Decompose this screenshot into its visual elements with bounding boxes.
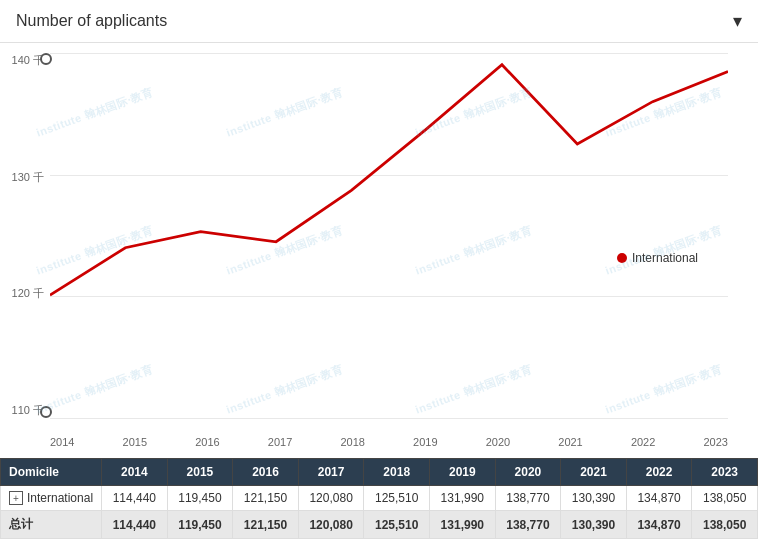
col-header-2023: 2023 <box>692 459 758 486</box>
col-header-2019: 2019 <box>430 459 496 486</box>
col-header-2018: 2018 <box>364 459 430 486</box>
chevron-down-icon[interactable]: ▾ <box>733 10 742 32</box>
cell-2023-total: 138,050 <box>692 511 758 539</box>
international-text: International <box>27 491 93 505</box>
cell-2016-total: 121,150 <box>233 511 299 539</box>
chart-area: institute 翰林国际·教育 institute 翰林国际·教育 inst… <box>0 43 758 458</box>
x-label-2017: 2017 <box>268 436 292 448</box>
main-container: Number of applicants ▾ institute 翰林国际·教育… <box>0 0 758 539</box>
legend: International <box>617 251 698 265</box>
expand-icon[interactable]: + <box>9 491 23 505</box>
table-container: Domicile 2014 2015 2016 2017 2018 2019 2… <box>0 458 758 539</box>
cell-2017-international: 120,080 <box>298 486 364 511</box>
table-row-total: 总计 114,440 119,450 121,150 120,080 125,5… <box>1 511 758 539</box>
cell-2019-total: 131,990 <box>430 511 496 539</box>
cell-2018-total: 125,510 <box>364 511 430 539</box>
col-header-2017: 2017 <box>298 459 364 486</box>
cell-label-total: 总计 <box>1 511 102 539</box>
x-label-2019: 2019 <box>413 436 437 448</box>
y-axis-line <box>45 53 47 418</box>
cell-2020-international: 138,770 <box>495 486 561 511</box>
cell-2015-international: 119,450 <box>167 486 233 511</box>
line-chart-svg <box>50 53 728 337</box>
legend-dot-international <box>617 253 627 263</box>
cell-2014-total: 114,440 <box>102 511 168 539</box>
cell-2018-international: 125,510 <box>364 486 430 511</box>
x-axis: 2014 2015 2016 2017 2018 2019 2020 2021 … <box>50 436 728 448</box>
cell-2020-total: 138,770 <box>495 511 561 539</box>
x-label-2015: 2015 <box>123 436 147 448</box>
header-bar[interactable]: Number of applicants ▾ <box>0 0 758 43</box>
x-label-2020: 2020 <box>486 436 510 448</box>
cell-2016-international: 121,150 <box>233 486 299 511</box>
table-header-row: Domicile 2014 2015 2016 2017 2018 2019 2… <box>1 459 758 486</box>
cell-2021-international: 130,390 <box>561 486 627 511</box>
x-label-2018: 2018 <box>340 436 364 448</box>
cell-2017-total: 120,080 <box>298 511 364 539</box>
x-label-2016: 2016 <box>195 436 219 448</box>
cell-2019-international: 131,990 <box>430 486 496 511</box>
cell-2015-total: 119,450 <box>167 511 233 539</box>
col-header-2015: 2015 <box>167 459 233 486</box>
x-label-2023: 2023 <box>703 436 727 448</box>
col-header-2022: 2022 <box>626 459 692 486</box>
col-header-2020: 2020 <box>495 459 561 486</box>
cell-2022-total: 134,870 <box>626 511 692 539</box>
grid-line-110 <box>50 418 728 419</box>
col-header-2014: 2014 <box>102 459 168 486</box>
col-header-2016: 2016 <box>233 459 299 486</box>
cell-2014-international: 114,440 <box>102 486 168 511</box>
col-header-2021: 2021 <box>561 459 627 486</box>
cell-2023-international: 138,050 <box>692 486 758 511</box>
x-label-2022: 2022 <box>631 436 655 448</box>
legend-label-international: International <box>632 251 698 265</box>
table-row-international: + International 114,440 119,450 121,150 … <box>1 486 758 511</box>
y-axis: 140 千 130 千 120 千 110 千 <box>0 53 50 418</box>
chart-title: Number of applicants <box>16 12 167 30</box>
x-label-2014: 2014 <box>50 436 74 448</box>
cell-2022-international: 134,870 <box>626 486 692 511</box>
cell-2021-total: 130,390 <box>561 511 627 539</box>
y-label-130: 130 千 <box>0 170 50 185</box>
data-table: Domicile 2014 2015 2016 2017 2018 2019 2… <box>0 458 758 539</box>
x-label-2021: 2021 <box>558 436 582 448</box>
y-label-120: 120 千 <box>0 286 50 301</box>
cell-label-international: + International <box>1 486 102 511</box>
col-header-domicile: Domicile <box>1 459 102 486</box>
